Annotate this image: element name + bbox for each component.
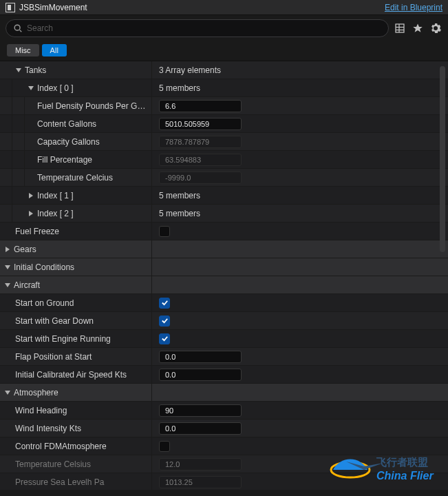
- initial-conditions-label: Initial Conditions: [14, 262, 77, 272]
- search-icon: [13, 23, 23, 33]
- svg-marker-9: [29, 193, 33, 198]
- expand-atmosphere[interactable]: [3, 388, 12, 397]
- flap-position-input[interactable]: 0.0: [159, 351, 242, 363]
- gear-icon: [430, 23, 441, 34]
- fuel-freeze-checkbox[interactable]: [159, 226, 170, 237]
- pressure-label: Pressure Sea Levelh Pa: [12, 477, 107, 487]
- blueprint-class-icon: [6, 3, 15, 12]
- fuel-density-input[interactable]: 6.6: [159, 100, 242, 112]
- filter-misc[interactable]: Misc: [7, 44, 39, 56]
- index-2-label: Index [ 2 ]: [37, 209, 76, 218]
- svg-marker-11: [6, 247, 10, 252]
- gears-label: Gears: [14, 245, 39, 254]
- svg-marker-8: [28, 86, 34, 90]
- start-gear-down-checkbox[interactable]: [159, 316, 170, 327]
- svg-marker-10: [29, 211, 33, 216]
- index-2-summary: 5 members: [159, 209, 200, 218]
- search-box[interactable]: [6, 19, 389, 37]
- start-engine-label: Start with Engine Running: [12, 334, 114, 344]
- index-0-label: Index [ 0 ]: [37, 83, 76, 93]
- scrollbar-thumb[interactable]: [440, 66, 445, 252]
- wind-intensity-label: Wind Intensity Kts: [12, 424, 84, 433]
- atmos-temperature-label: Temperature Celsius: [12, 459, 94, 469]
- content-gallons-label: Content Gallons: [37, 119, 99, 129]
- filter-all[interactable]: All: [42, 44, 67, 56]
- expand-index-0[interactable]: [26, 83, 36, 93]
- start-gear-down-label: Start with Gear Down: [12, 316, 96, 326]
- aircraft-label: Aircraft: [14, 280, 43, 290]
- wind-intensity-input[interactable]: 0.0: [159, 422, 242, 435]
- flap-position-label: Flap Position at Start: [12, 352, 94, 362]
- expand-gears[interactable]: [3, 245, 12, 254]
- favorite-button[interactable]: [411, 21, 425, 35]
- atmosphere-label: Atmosphere: [14, 388, 61, 397]
- start-on-ground-checkbox[interactable]: [159, 298, 170, 309]
- index-0-summary: 5 members: [159, 83, 200, 93]
- capacity-gallons-label: Capacity Gallons: [37, 137, 103, 147]
- svg-marker-12: [5, 265, 10, 269]
- expand-index-1[interactable]: [26, 191, 36, 200]
- property-panel: Tanks 3 Array elements Index [ 0 ] 5 mem…: [0, 61, 448, 490]
- expand-initial-conditions[interactable]: [3, 262, 12, 272]
- expand-index-2[interactable]: [26, 209, 36, 218]
- search-input[interactable]: [27, 23, 381, 33]
- wind-heading-input[interactable]: 90: [159, 404, 242, 417]
- svg-rect-2: [396, 24, 404, 32]
- tanks-summary: 3 Array elements: [159, 65, 221, 75]
- svg-marker-6: [413, 24, 423, 32]
- fuel-density-label: Fuel Density Pounds Per Gall…: [37, 101, 151, 111]
- capacity-gallons-input[interactable]: 7878.787879: [159, 136, 242, 148]
- svg-marker-14: [5, 391, 10, 395]
- fill-percentage-input[interactable]: 63.594883: [159, 154, 242, 166]
- control-fdm-label: Control FDMAtmosphere: [12, 442, 109, 451]
- svg-line-1: [20, 30, 22, 32]
- page-title: JSBSimMovement: [19, 3, 87, 12]
- start-engine-checkbox[interactable]: [159, 333, 170, 344]
- content-gallons-input[interactable]: 5010.505959: [159, 118, 242, 130]
- start-on-ground-label: Start on Ground: [12, 298, 76, 308]
- expand-tanks[interactable]: [14, 65, 23, 75]
- svg-point-0: [14, 25, 20, 30]
- tanks-label: Tanks: [25, 65, 49, 75]
- initial-ias-label: Initial Calibrated Air Speed Kts: [12, 370, 129, 380]
- temperature-input[interactable]: -9999.0: [159, 172, 242, 184]
- fuel-freeze-label: Fuel Freeze: [12, 227, 62, 236]
- grid-view-button[interactable]: [393, 21, 407, 35]
- atmos-temperature-input: 12.0: [159, 458, 242, 471]
- wind-heading-label: Wind Heading: [12, 406, 70, 415]
- control-fdm-checkbox[interactable]: [159, 441, 170, 452]
- edit-in-blueprint-link[interactable]: Edit in Blueprint: [385, 3, 442, 12]
- temperature-label: Temperature Celcius: [37, 173, 116, 183]
- settings-button[interactable]: [429, 21, 442, 35]
- svg-marker-7: [16, 68, 21, 72]
- pressure-input: 1013.25: [159, 476, 242, 488]
- initial-ias-input[interactable]: 0.0: [159, 369, 242, 381]
- index-1-label: Index [ 1 ]: [37, 191, 76, 200]
- fill-percentage-label: Fill Percentage: [37, 155, 95, 165]
- svg-marker-13: [5, 283, 10, 287]
- expand-aircraft[interactable]: [3, 280, 12, 290]
- index-1-summary: 5 members: [159, 191, 200, 200]
